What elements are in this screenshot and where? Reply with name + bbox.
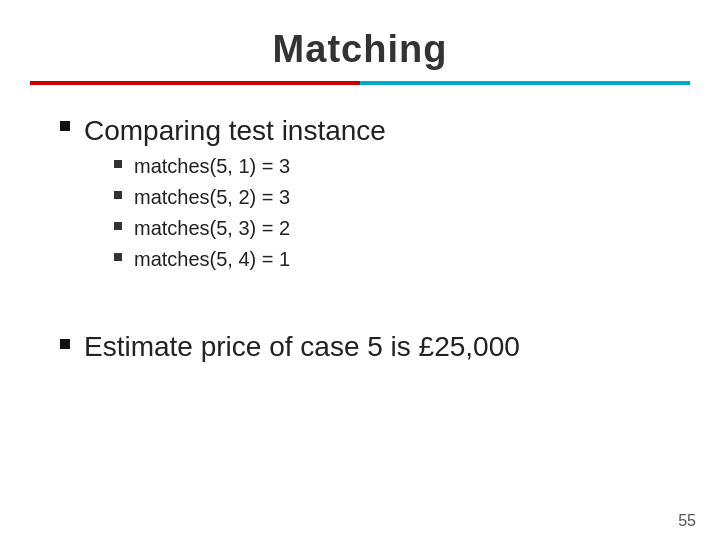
sub-text-1: matches(5, 1) = 3: [134, 155, 290, 178]
sub-bullet-list: matches(5, 1) = 3 matches(5, 2) = 3 matc…: [114, 155, 386, 271]
estimate-label: Estimate price of case 5 is £25,000: [84, 331, 520, 363]
sub-bullet-4: matches(5, 4) = 1: [114, 248, 386, 271]
bullet-square-1: [60, 121, 70, 131]
main-bullet-1: Comparing test instance matches(5, 1) = …: [60, 115, 660, 279]
sub-square-2: [114, 191, 122, 199]
sub-square-4: [114, 253, 122, 261]
estimate-section: Estimate price of case 5 is £25,000: [0, 311, 720, 363]
sub-text-2: matches(5, 2) = 3: [134, 186, 290, 209]
main-bullet-2: Estimate price of case 5 is £25,000: [60, 331, 660, 363]
bullet-1-content: Comparing test instance matches(5, 1) = …: [84, 115, 386, 279]
bullet-square-2: [60, 339, 70, 349]
content-area: Comparing test instance matches(5, 1) = …: [0, 85, 720, 311]
slide-title: Matching: [0, 28, 720, 71]
slide-container: Matching Comparing test instance matches…: [0, 0, 720, 540]
sub-bullet-3: matches(5, 3) = 2: [114, 217, 386, 240]
title-section: Matching: [0, 0, 720, 81]
sub-square-1: [114, 160, 122, 168]
sub-bullet-2: matches(5, 2) = 3: [114, 186, 386, 209]
sub-square-3: [114, 222, 122, 230]
sub-text-3: matches(5, 3) = 2: [134, 217, 290, 240]
page-number: 55: [678, 512, 696, 530]
sub-text-4: matches(5, 4) = 1: [134, 248, 290, 271]
sub-bullet-1: matches(5, 1) = 3: [114, 155, 386, 178]
comparing-label: Comparing test instance: [84, 115, 386, 146]
